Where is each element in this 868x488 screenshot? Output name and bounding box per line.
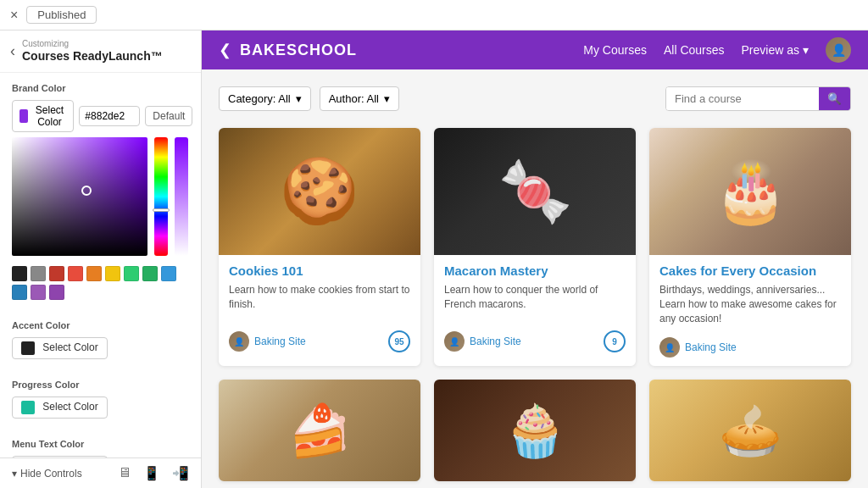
accent-color-label: Accent Color [12, 320, 189, 330]
author-info-3: 👤 Baking Site [659, 337, 737, 358]
top-bar: × Published [0, 0, 868, 30]
course-desc-3: Birthdays, weddings, anniversaries... Le… [659, 283, 841, 325]
course-footer-2: 👤 Baking Site 9 [434, 325, 636, 361]
author-chevron-icon: ▾ [384, 92, 390, 105]
search-icon: 🔍 [827, 92, 842, 105]
brand-color-default-btn[interactable]: Default [145, 106, 192, 126]
nav-logo: BAKESCHOOL [240, 42, 357, 59]
brand-color-select-btn[interactable]: Select Color [12, 100, 74, 132]
course-body-3: Cakes for Every Occasion Birthdays, wedd… [649, 255, 851, 332]
hide-controls-label: Hide Controls [20, 468, 82, 480]
category-chevron-icon: ▾ [296, 92, 302, 105]
accent-color-section: Accent Color Select Color [0, 310, 201, 369]
hue-thumb [153, 208, 170, 212]
course-image-6: 🥧 [649, 380, 851, 481]
mobile-icon[interactable]: 📲 [172, 465, 189, 481]
published-badge: Published [26, 6, 97, 24]
avatar[interactable]: 👤 [826, 37, 851, 63]
color-picker [12, 137, 189, 261]
picker-circle [81, 186, 92, 196]
close-button[interactable]: × [10, 8, 18, 23]
author-name-3[interactable]: Baking Site [685, 341, 737, 353]
swatch-red-dark[interactable] [49, 266, 64, 281]
course-image-1: 🍪 [219, 128, 420, 255]
hide-controls-button[interactable]: ▾ Hide Controls [12, 468, 82, 480]
sidebar-title: Courses ReadyLaunch™ [22, 49, 163, 63]
course-title-3[interactable]: Cakes for Every Occasion [659, 263, 841, 278]
category-filter[interactable]: Category: All ▾ [219, 86, 311, 111]
search-box: 🔍 [665, 86, 851, 111]
course-card-2: 🍬 Macaron Mastery Learn how to conquer t… [434, 128, 636, 366]
course-body-2: Macaron Mastery Learn how to conquer the… [434, 255, 636, 325]
search-button[interactable]: 🔍 [819, 87, 850, 110]
sidebar-header: ‹ Customizing Courses ReadyLaunch™ [0, 30, 201, 73]
brand-color-swatch [19, 109, 28, 123]
color-swatches [12, 266, 189, 300]
nav-back-button[interactable]: ❮ [219, 41, 231, 59]
course-footer-3: 👤 Baking Site [649, 332, 851, 366]
preview-as-label: Preview as [742, 43, 799, 57]
menu-text-color-label: Menu Text Color [12, 439, 189, 449]
swatch-green-dark[interactable] [142, 266, 158, 281]
swatch-orange[interactable] [86, 266, 102, 281]
course-desc-1: Learn how to make cookies from start to … [229, 283, 410, 319]
sidebar-bottom: ▾ Hide Controls 🖥 📱 📲 [0, 458, 201, 488]
author-avatar-2: 👤 [444, 331, 465, 352]
course-card-5: 🧁 [434, 380, 636, 481]
swatch-purple[interactable] [31, 285, 46, 300]
course-card-1: 🍪 Cookies 101 Learn how to make cookies … [219, 128, 420, 366]
accent-color-select-btn[interactable]: Select Color [12, 337, 108, 359]
all-courses-link[interactable]: All Courses [664, 43, 725, 57]
course-card-6: 🥧 [649, 380, 851, 481]
swatch-yellow[interactable] [105, 266, 120, 281]
search-input[interactable] [666, 87, 819, 110]
preview-arrow-icon: ▾ [803, 43, 809, 57]
lesson-badge-2: 9 [604, 330, 626, 352]
author-avatar-1: 👤 [229, 331, 249, 352]
course-image-2: 🍬 [434, 128, 636, 255]
progress-color-btn-label: Select Color [42, 401, 97, 413]
course-card-4: 🍰 [219, 380, 420, 481]
preview-as-dropdown[interactable]: Preview as ▾ [742, 43, 809, 57]
swatch-gray[interactable] [31, 266, 46, 281]
desktop-icon[interactable]: 🖥 [118, 465, 131, 481]
swatch-blue-dark[interactable] [12, 285, 27, 300]
swatch-red[interactable] [68, 266, 83, 281]
avatar-image: 👤 [826, 37, 851, 63]
author-filter[interactable]: Author: All ▾ [320, 86, 399, 111]
progress-color-section: Progress Color Select Color [0, 369, 201, 429]
color-saturation-picker[interactable] [12, 137, 147, 256]
sidebar-back-button[interactable]: ‹ [10, 42, 15, 60]
progress-color-select-btn[interactable]: Select Color [12, 396, 108, 419]
swatch-blue[interactable] [161, 266, 176, 281]
lesson-badge-1: 95 [388, 330, 410, 352]
content-area: ❮ BAKESCHOOL My Courses All Courses Prev… [202, 30, 868, 488]
alpha-slider[interactable] [175, 137, 188, 256]
brand-color-section: Brand Color Select Color Default [0, 73, 201, 310]
filter-row: Category: All ▾ Author: All ▾ 🔍 [219, 86, 851, 111]
course-title-1[interactable]: Cookies 101 [229, 263, 410, 278]
chevron-down-icon: ▾ [12, 468, 17, 480]
swatch-green[interactable] [124, 266, 139, 281]
courses-content: Category: All ▾ Author: All ▾ 🔍 [202, 69, 868, 488]
main-layout: ‹ Customizing Courses ReadyLaunch™ Brand… [0, 30, 868, 488]
courses-grid: 🍪 Cookies 101 Learn how to make cookies … [219, 128, 851, 481]
author-name-2[interactable]: Baking Site [470, 336, 521, 347]
course-title-2[interactable]: Macaron Mastery [444, 263, 626, 278]
author-avatar-3: 👤 [659, 337, 680, 358]
accent-color-btn-label: Select Color [42, 341, 97, 353]
sidebar: ‹ Customizing Courses ReadyLaunch™ Brand… [0, 30, 202, 488]
progress-color-label: Progress Color [12, 380, 189, 390]
my-courses-link[interactable]: My Courses [583, 43, 647, 57]
author-info-2: 👤 Baking Site [444, 331, 521, 352]
brand-color-hex-input[interactable] [79, 106, 140, 126]
course-body-1: Cookies 101 Learn how to make cookies fr… [219, 255, 420, 325]
category-filter-label: Category: All [228, 92, 291, 105]
device-icons: 🖥 📱 📲 [118, 465, 189, 481]
author-name-1[interactable]: Baking Site [254, 336, 306, 347]
tablet-icon[interactable]: 📱 [143, 465, 160, 481]
author-filter-label: Author: All [329, 92, 379, 105]
hue-slider[interactable] [154, 137, 168, 256]
swatch-purple-dark[interactable] [49, 285, 64, 300]
swatch-black[interactable] [12, 266, 27, 281]
